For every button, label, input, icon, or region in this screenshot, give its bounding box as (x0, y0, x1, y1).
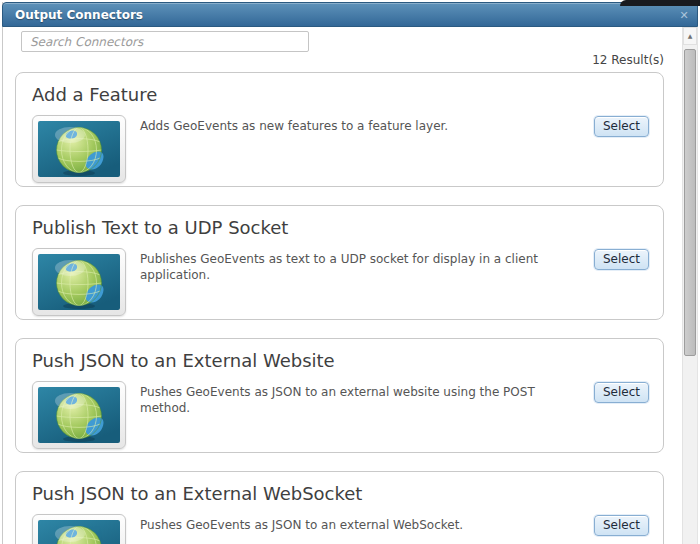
connector-title: Publish Text to a UDP Socket (32, 217, 649, 239)
connector-thumbnail (32, 381, 126, 449)
connector-row: Adds GeoEvents as new features to a feat… (32, 115, 649, 183)
output-connectors-dialog: Output Connectors ✕ 12 Result(s) Add a F… (2, 2, 698, 544)
connector-title: Push JSON to an External Website (32, 350, 649, 372)
connector-thumbnail (32, 248, 126, 316)
connector-title: Push JSON to an External WebSocket (32, 483, 649, 505)
select-button[interactable]: Select (594, 249, 649, 270)
dialog-title: Output Connectors (15, 3, 143, 27)
scroll-up-button[interactable]: ▲ (683, 27, 697, 45)
connector-title: Add a Feature (32, 84, 649, 106)
connector-description: Pushes GeoEvents as JSON to an external … (140, 517, 576, 533)
connector-card: Add a Feature (15, 72, 664, 187)
connector-card: Push JSON to an External WebSocket (15, 471, 664, 544)
connector-description: Publishes GeoEvents as text to a UDP soc… (140, 251, 576, 283)
results-count: 12 Result(s) (592, 53, 664, 67)
close-button[interactable]: ✕ (676, 4, 692, 26)
connector-description: Adds GeoEvents as new features to a feat… (140, 118, 576, 134)
globe-icon (38, 387, 120, 443)
connector-card: Publish Text to a UDP Socket (15, 205, 664, 320)
globe-icon (38, 121, 120, 177)
scroll-up-icon: ▲ (688, 33, 693, 39)
dialog-titlebar[interactable]: Output Connectors ✕ (2, 2, 698, 27)
scrollbar-thumb[interactable] (684, 49, 696, 356)
connector-row: Pushes GeoEvents as JSON to an external … (32, 514, 649, 544)
scrollbar[interactable]: ▲ (682, 27, 697, 544)
connector-thumbnail (32, 115, 126, 183)
connector-list: Add a Feature (15, 72, 664, 544)
close-icon: ✕ (679, 9, 688, 22)
select-button[interactable]: Select (594, 515, 649, 536)
globe-icon (38, 254, 120, 310)
globe-icon (38, 520, 120, 544)
connector-description: Pushes GeoEvents as JSON to an external … (140, 384, 576, 416)
connector-card: Push JSON to an External Website (15, 338, 664, 453)
search-input[interactable] (21, 31, 309, 52)
page-background-strip (620, 0, 700, 6)
select-button[interactable]: Select (594, 116, 649, 137)
select-button[interactable]: Select (594, 382, 649, 403)
connector-thumbnail (32, 514, 126, 544)
connector-row: Pushes GeoEvents as JSON to an external … (32, 381, 649, 449)
screen: Output Connectors ✕ 12 Result(s) Add a F… (0, 0, 700, 544)
connector-row: Publishes GeoEvents as text to a UDP soc… (32, 248, 649, 316)
